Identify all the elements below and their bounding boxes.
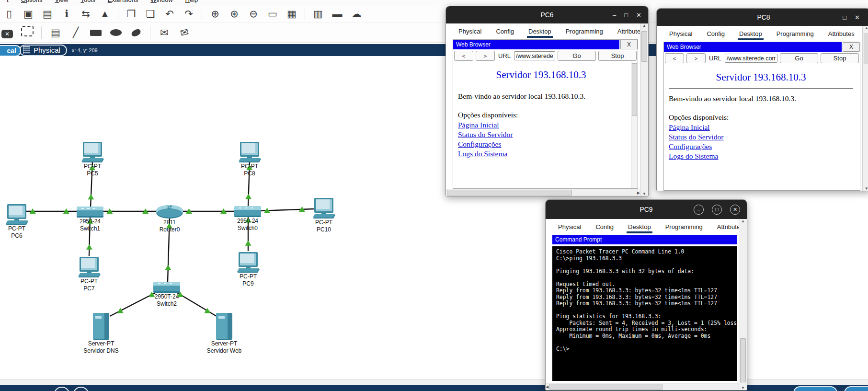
scroll-up-icon[interactable]: ▲ [642,23,646,28]
page-scroll-thumb[interactable] [632,63,637,116]
tab-attributes[interactable]: Attributes [828,30,855,37]
marquee-icon[interactable] [21,26,34,39]
device-switch1[interactable] [77,207,103,216]
link-pagina-inicial[interactable]: Página Inicial [669,123,853,132]
window-pc9[interactable]: PC9 – □ ✕ Physical Config Desktop Progra… [545,199,747,391]
tab-config[interactable]: Config [707,30,725,37]
close-icon[interactable]: ✕ [730,205,740,215]
menu-item-options[interactable]: Options [21,0,43,3]
pc6-title-bar[interactable]: PC6 – □ ✕ [446,6,648,23]
stop-button[interactable]: Stop [821,53,859,63]
hscroll-thumb[interactable] [447,190,572,196]
scroll-down-icon[interactable]: ▼ [865,186,868,191]
close-icon[interactable]: ✕ [855,14,860,21]
browser-back-button[interactable]: < [454,51,473,61]
print-icon[interactable]: ▤ [41,8,54,20]
draw-freeform-icon[interactable] [130,26,142,39]
hscroll-thumb[interactable] [549,384,662,390]
desktop-vertical-scrollbar[interactable]: ▲ ▼ [640,23,648,196]
vscroll-thumb[interactable] [864,34,868,64]
tab-desktop[interactable]: Desktop [739,30,762,37]
go-button[interactable]: Go [558,51,596,61]
device-servidor-dns[interactable] [93,313,109,339]
device-pc7[interactable] [78,257,100,276]
link-logs-sistema[interactable]: Logs do Sistema [669,151,853,161]
menu-item-view[interactable]: View [55,0,68,3]
pc9-title-bar[interactable]: PC9 – □ ✕ [546,200,747,219]
web-browser-close-button[interactable]: X [843,42,860,52]
tab-programming[interactable]: Programming [777,30,814,37]
tab-physical[interactable]: Physical [558,223,581,230]
zoom-in-icon[interactable]: ⊕ [209,8,221,20]
device-pc9[interactable] [237,252,259,271]
logical-workspace-tab[interactable]: cal [0,45,21,57]
realtime-mode-button[interactable] [793,386,837,391]
vscroll-thumb[interactable] [740,338,746,382]
viewport-icon[interactable]: ▭ [266,8,279,20]
maximize-icon[interactable]: □ [624,12,628,19]
tab-config[interactable]: Config [496,28,514,35]
inspect-notes-icon[interactable]: ▤ [49,26,62,39]
minimize-icon[interactable]: – [613,12,616,19]
tab-config[interactable]: Config [595,223,614,230]
scroll-left-icon[interactable]: ◀ [546,385,548,389]
web-browser-close-button[interactable]: X [620,40,638,49]
browser-back-button[interactable]: < [665,53,684,63]
menu-item-help[interactable]: Help [185,0,198,3]
desktop-vertical-scrollbar[interactable]: ▲ ▼ [862,26,868,191]
menu-item-window[interactable]: Window [150,0,172,3]
add-simple-pdu-icon[interactable]: ✉ [158,26,171,39]
cloud-services-icon[interactable]: ☁ [350,8,363,20]
draw-ellipse-icon[interactable] [110,26,122,39]
tab-physical[interactable]: Physical [458,28,481,35]
tab-desktop[interactable]: Desktop [628,223,651,230]
desktop-horizontal-scrollbar[interactable]: ◀ [546,383,739,390]
scroll-up-icon[interactable]: ▲ [865,26,868,30]
network-info-icon[interactable]: ℹ [60,8,73,20]
scroll-down-icon[interactable]: ▼ [741,386,745,390]
maximize-icon[interactable]: □ [843,14,846,21]
tab-physical[interactable]: Physical [669,30,692,37]
link-status-servidor[interactable]: Status do Servidor [458,130,624,139]
draw-line-icon[interactable]: ╱ [69,26,82,39]
window-pc6[interactable]: PC6 – □ ✕ Physical Config Desktop Progra… [445,6,649,196]
vscroll-thumb[interactable] [641,31,647,62]
device-pc6[interactable] [6,204,28,223]
browser-forward-button[interactable]: > [476,51,495,61]
desktop-vertical-scrollbar[interactable]: ▲ ▼ [739,219,747,390]
delete-icon[interactable]: ✕ [1,26,13,39]
zoom-reset-icon[interactable]: ⊛ [228,8,240,20]
url-input[interactable] [514,51,555,60]
device-pc5[interactable] [81,142,103,161]
device-router0[interactable] [156,205,183,218]
device-switch0[interactable] [234,206,261,216]
minimize-icon[interactable]: – [694,205,704,215]
close-icon[interactable]: ✕ [636,12,641,19]
tab-programming[interactable]: Programming [566,28,603,35]
tab-desktop[interactable]: Desktop [528,28,551,35]
link-pagina-inicial[interactable]: Página Inicial [458,120,624,130]
link-configuracoes[interactable]: Configurações [458,139,624,149]
save-icon[interactable]: ▣ [22,8,34,20]
pc8-title-bar[interactable]: PC8 – □ ✕ [657,9,868,26]
zoom-out-icon[interactable]: ⊖ [247,8,260,20]
redo-icon[interactable]: ↷ [183,8,195,20]
stop-button[interactable]: Stop [598,51,637,61]
scroll-down-icon[interactable]: ▼ [642,192,646,196]
physical-workspace-tab[interactable]: Physical [19,45,67,56]
link-configuracoes[interactable]: Configurações [669,142,853,151]
device-servidor-web[interactable] [216,313,232,339]
paste-icon[interactable]: ❏ [144,8,157,20]
menu-item-extensions[interactable]: Extensions [108,0,138,3]
legend-icon[interactable]: ▦ [286,8,298,20]
add-complex-pdu-icon[interactable]: ✉ [177,25,192,40]
new-file-icon[interactable]: ▯ [3,8,15,20]
info-panel-icon[interactable]: ▥ [312,8,324,20]
device-template-manager-icon[interactable]: ▬ [331,8,343,20]
draw-rectangle-icon[interactable] [90,26,102,39]
activity-wizard-icon[interactable]: ⇆ [80,8,92,20]
menu-item-fragment[interactable]: t [7,0,9,3]
window-pc8[interactable]: PC8 – □ ✕ Physical Config Desktop Progra… [656,8,868,191]
device-pc8[interactable] [239,142,261,161]
terminal-screen[interactable]: Cisco Packet Tracer PC Command Line 1.0 … [552,246,737,381]
